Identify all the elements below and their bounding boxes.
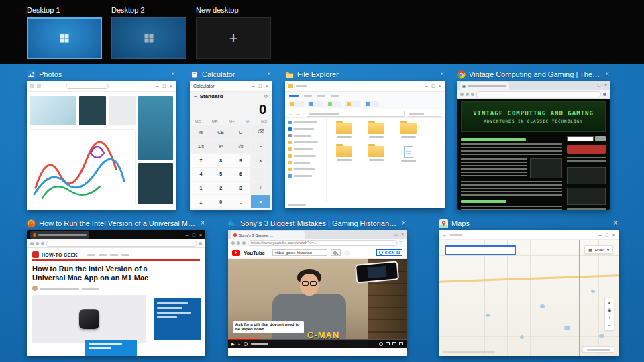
vintage-window-preview[interactable]: – □ × Vintage Computing and Gaming Adven…	[457, 81, 610, 210]
calculator-key[interactable]: CE	[211, 125, 231, 139]
zoom-in-icon[interactable]: +	[608, 316, 610, 320]
folder-item[interactable]	[398, 123, 419, 138]
close-window-button[interactable]: ×	[613, 220, 619, 227]
calculator-key[interactable]: x²	[211, 140, 231, 154]
file-explorer-title-row[interactable]: File Explorer ×	[285, 70, 445, 79]
maps-window-preview[interactable]: ← – □ × ▦ Road	[439, 230, 619, 356]
calculator-key[interactable]: 2	[211, 182, 231, 195]
grid-icon[interactable]: ▦	[588, 247, 592, 252]
play-icon[interactable]: ▶	[231, 341, 235, 346]
calculator-key[interactable]: =	[251, 195, 270, 208]
map-style-toolbar[interactable]: ▦ Road ▾	[584, 245, 613, 254]
video-player[interactable]: Ask for a gift that doesn't need to be w…	[228, 259, 407, 348]
hamburger-menu-icon[interactable]: ≡	[194, 93, 197, 99]
maximize-icon[interactable]: □	[163, 84, 166, 88]
maximize-icon[interactable]: □	[432, 84, 435, 88]
close-window-button[interactable]: ×	[439, 71, 445, 78]
address-input[interactable]	[307, 111, 405, 117]
forward-icon[interactable]: →	[295, 111, 300, 116]
close-icon[interactable]: ×	[199, 233, 202, 237]
calculator-key[interactable]: +	[251, 182, 270, 195]
folder-item[interactable]	[333, 146, 355, 162]
maximize-icon[interactable]: □	[598, 83, 600, 88]
browser-tab[interactable]: Sony's 3 Biggest ...	[231, 231, 305, 239]
back-icon[interactable]: ←	[288, 111, 293, 116]
close-window-button[interactable]: ×	[604, 71, 610, 78]
calculator-key[interactable]: 1/x	[191, 140, 211, 154]
folder-item[interactable]	[366, 123, 387, 138]
navigation-pane[interactable]	[285, 118, 327, 202]
calculator-key[interactable]: ×	[251, 154, 270, 167]
minimize-icon[interactable]: –	[252, 84, 255, 88]
minimize-icon[interactable]: –	[599, 233, 602, 237]
calculator-key[interactable]: C	[231, 125, 251, 139]
desktop-2-thumbnail[interactable]	[111, 17, 186, 59]
photos-window-preview[interactable]: – □ ×	[27, 81, 176, 210]
file-list[interactable]	[327, 118, 445, 202]
site-nav[interactable]	[87, 254, 129, 256]
minimize-icon[interactable]: –	[156, 84, 159, 88]
calculator-key[interactable]: −	[251, 168, 270, 181]
youtube-search-input[interactable]: video game historian	[272, 249, 327, 256]
calculator-key[interactable]: 5	[211, 168, 231, 181]
close-icon[interactable]: ×	[401, 232, 404, 237]
calculator-key[interactable]: %	[191, 125, 211, 139]
calculator-key[interactable]: 8	[211, 154, 231, 167]
close-icon[interactable]: ×	[612, 233, 615, 237]
back-icon[interactable]: ←	[443, 233, 447, 237]
explorer-search-input[interactable]	[407, 111, 441, 117]
calculator-key[interactable]: 7	[191, 154, 211, 167]
close-window-button[interactable]: ×	[401, 220, 407, 227]
maps-title-row[interactable]: Maps ×	[439, 219, 619, 228]
calculator-title-row[interactable]: Calculator ×	[190, 70, 272, 79]
calculator-key[interactable]: 9	[231, 154, 251, 167]
browser-tab[interactable]	[460, 82, 509, 90]
youtube-window-preview[interactable]: Sony's 3 Biggest ... – □ × https://www.y…	[228, 230, 407, 356]
progress-bar[interactable]	[228, 339, 407, 340]
desktop-1-thumbnail[interactable]	[27, 17, 102, 59]
close-icon[interactable]: ×	[439, 84, 441, 88]
compass-icon[interactable]: ◉	[607, 308, 611, 313]
close-window-button[interactable]: ×	[170, 71, 176, 78]
youtube-logo-icon[interactable]	[232, 250, 240, 256]
browser-tab[interactable]	[30, 231, 89, 239]
calculator-key[interactable]: 0	[211, 195, 231, 208]
calculator-key[interactable]: ±	[191, 195, 211, 208]
miniplayer-icon[interactable]	[386, 342, 390, 345]
memory-key[interactable]: MS	[261, 119, 267, 123]
close-icon[interactable]: ×	[604, 83, 607, 88]
memory-key[interactable]: MR	[212, 119, 218, 123]
maximize-icon[interactable]: □	[193, 233, 195, 237]
map-tools-panel[interactable]: ▲ ◉ + −	[604, 298, 614, 330]
howtogeek-title-row[interactable]: How to Run the Intel Version of a Univer…	[27, 219, 205, 228]
close-icon[interactable]: ×	[170, 84, 172, 88]
zoom-out-icon[interactable]: −	[608, 323, 610, 328]
close-window-button[interactable]: ×	[266, 71, 272, 78]
address-bar[interactable]: https://www.youtube.com/watch?v=...	[248, 240, 397, 246]
vintage-title-row[interactable]: Vintage Computing and Gaming | The Retr.…	[457, 70, 610, 79]
tilt-icon[interactable]: ▲	[607, 300, 612, 305]
folder-item[interactable]	[366, 146, 387, 162]
calculator-key[interactable]: 3	[231, 182, 251, 195]
howtogeek-window-preview[interactable]: – □ × HOW-TO GEEK How to Run the I	[27, 230, 205, 356]
calculator-key[interactable]: ÷	[251, 140, 270, 154]
theater-icon[interactable]	[392, 342, 396, 345]
map-canvas[interactable]: ▦ Road ▾ ▲ ◉ + −	[439, 240, 619, 356]
favorites-icon[interactable]: ☆	[399, 240, 403, 245]
youtube-logo-text[interactable]: YouTube	[244, 250, 265, 256]
file-item[interactable]	[398, 146, 419, 162]
volume-icon[interactable]	[244, 342, 248, 346]
maps-search-input[interactable]	[445, 245, 516, 255]
chevron-down-icon[interactable]: ▾	[607, 247, 609, 252]
settings-icon[interactable]	[379, 342, 383, 346]
photos-title-row[interactable]: Photos ×	[27, 70, 176, 79]
close-window-button[interactable]: ×	[200, 220, 205, 227]
next-icon[interactable]: »	[238, 342, 240, 346]
calculator-key[interactable]: ⌫	[251, 125, 270, 139]
maximize-icon[interactable]: □	[394, 232, 397, 237]
fullscreen-icon[interactable]	[399, 342, 403, 345]
calculator-key[interactable]: 4	[191, 168, 211, 181]
up-icon[interactable]: ↑	[302, 111, 305, 116]
minimize-icon[interactable]: –	[425, 84, 428, 88]
file-explorer-window-preview[interactable]: – □ × ← → ↑	[285, 81, 445, 208]
